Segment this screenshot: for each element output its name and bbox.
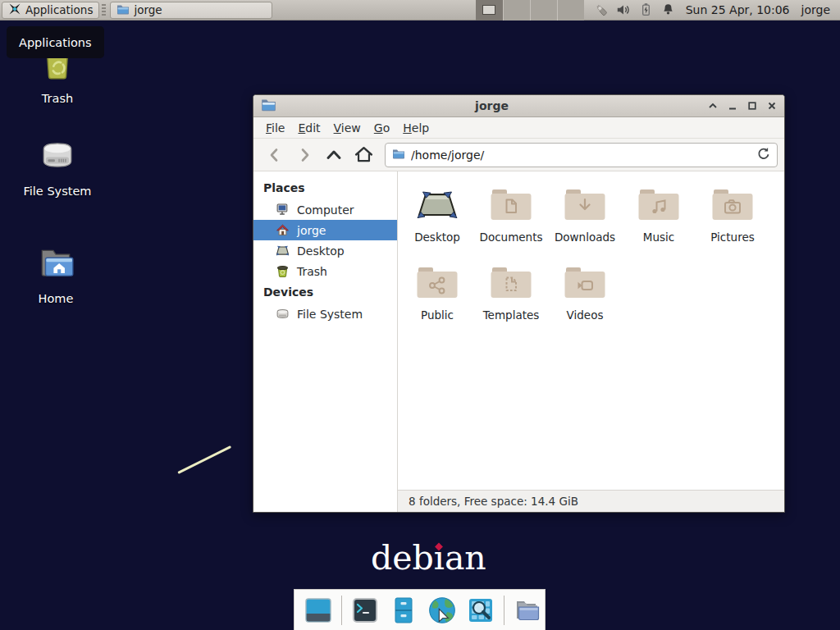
toolbar (253, 139, 784, 171)
computer-icon (276, 203, 290, 217)
desktop-icon-home[interactable]: Home (15, 243, 97, 305)
sidebar-item-label: Computer (297, 203, 354, 217)
logo-i-red-diamond: ı (434, 538, 445, 578)
battery-icon[interactable] (638, 2, 654, 18)
pictures-folder-icon (711, 185, 754, 226)
menu-view[interactable]: View (327, 119, 368, 137)
menu-go[interactable]: Go (368, 119, 396, 137)
folder-item-videos[interactable]: Videos (549, 258, 621, 336)
sidebar-item-label: Desktop (297, 244, 345, 258)
show-desktop-launcher[interactable] (303, 595, 334, 626)
workspace-2[interactable] (503, 0, 530, 21)
sidebar-item-trash[interactable]: Trash (253, 261, 397, 281)
folder-label: Videos (567, 308, 604, 322)
desktop[interactable]: { "panel": { "applications_label": "Appl… (0, 0, 840, 630)
folder-label: Public (421, 308, 454, 322)
file-manager-launcher[interactable] (388, 595, 419, 626)
folder-item-downloads[interactable]: Downloads (549, 180, 621, 258)
sidebar-item-label: jorge (297, 224, 326, 237)
videos-folder-icon (564, 263, 606, 304)
file-view[interactable]: Desktop Documents (398, 171, 784, 490)
back-button[interactable] (260, 143, 290, 167)
folder-item-pictures[interactable]: Pictures (696, 180, 769, 258)
panel-clock[interactable]: Sun 25 Apr, 10:06 (686, 3, 790, 16)
applications-menu-button[interactable]: Applications (2, 2, 99, 19)
location-bar[interactable] (385, 143, 778, 167)
taskbar-window-label: jorge (134, 3, 162, 16)
terminal-launcher[interactable] (349, 595, 381, 626)
web-browser-launcher[interactable] (427, 595, 458, 626)
application-finder-launcher[interactable] (465, 595, 496, 626)
dock-separator (504, 596, 504, 625)
taskbar-folder-icon (116, 2, 130, 18)
home-icon (276, 223, 290, 237)
sidebar-item-desktop[interactable]: Desktop (253, 240, 397, 261)
maximize-button[interactable] (746, 101, 757, 112)
menu-file[interactable]: File (259, 119, 291, 137)
folder-label: Pictures (710, 231, 754, 244)
main-pane: Desktop Documents (398, 171, 784, 512)
sidebar-item-label: Trash (297, 265, 327, 278)
folder-item-templates[interactable]: Templates (475, 258, 547, 336)
menu-edit[interactable]: Edit (291, 119, 326, 137)
applications-menu-icon (8, 2, 21, 18)
minimize-button[interactable] (727, 101, 737, 112)
file-manager-window: jorge File Edit View Go Help (253, 94, 785, 513)
panel-grip-handle[interactable] (102, 4, 106, 16)
window-controls (707, 101, 777, 112)
desktop-icon-label: Trash (42, 92, 73, 105)
notification-bell-icon[interactable] (660, 2, 676, 18)
cursor-trail-line (177, 445, 231, 474)
desktop-icon-label: File System (24, 185, 92, 198)
folder-item-desktop[interactable]: Desktop (401, 180, 473, 258)
taskbar-window-button[interactable]: jorge (110, 2, 272, 19)
applications-menu-label: Applications (25, 3, 93, 16)
tooltip-text: Applications (19, 36, 92, 49)
folder-item-documents[interactable]: Documents (475, 180, 547, 258)
network-plug-icon[interactable] (594, 2, 609, 18)
sidebar-item-label: File System (297, 308, 363, 321)
path-input[interactable] (411, 148, 750, 162)
up-button[interactable] (319, 143, 349, 167)
drive-mini-icon (276, 307, 290, 321)
workspace-4[interactable] (557, 0, 584, 21)
menu-help[interactable]: Help (396, 119, 436, 137)
documents-folder-icon (490, 185, 532, 226)
home-button[interactable] (349, 143, 378, 167)
directory-menu-launcher[interactable] (512, 595, 543, 626)
close-button[interactable] (766, 101, 777, 112)
volume-icon[interactable] (616, 2, 632, 18)
dock-separator (341, 596, 342, 625)
debian-wordmark: debıan (371, 541, 486, 575)
forward-button[interactable] (290, 143, 319, 167)
window-content: Places Computer (253, 171, 784, 512)
hard-drive-icon (37, 135, 78, 179)
workspace-3[interactable] (530, 0, 557, 21)
sidebar-heading-devices: Devices (253, 281, 397, 304)
logo-text: deb (371, 538, 434, 578)
workspace-1[interactable] (476, 0, 503, 21)
music-folder-icon (637, 185, 680, 226)
trash-mini-icon (276, 264, 290, 278)
statusbar-text: 8 folders, Free space: 14.4 GiB (409, 495, 578, 508)
applications-tooltip: Applications (7, 26, 104, 58)
window-titlebar[interactable]: jorge (253, 95, 784, 117)
folder-label: Music (643, 231, 674, 244)
workspace-window-thumbnail (482, 5, 495, 15)
statusbar: 8 folders, Free space: 14.4 GiB (398, 490, 784, 512)
shade-button[interactable] (707, 101, 718, 112)
public-folder-icon (416, 263, 459, 304)
desktop-icon-file-system[interactable]: File System (16, 135, 98, 198)
reload-icon[interactable] (756, 146, 770, 164)
folder-label: Documents (480, 231, 543, 244)
sidebar-item-jorge[interactable]: jorge (253, 220, 397, 240)
folder-item-music[interactable]: Music (623, 180, 695, 258)
logo-text: an (445, 538, 486, 578)
sidebar-item-file-system[interactable]: File System (253, 304, 397, 324)
sidebar-item-computer[interactable]: Computer (253, 199, 397, 220)
panel-user-actions[interactable]: jorge (798, 3, 833, 16)
path-folder-icon (392, 147, 405, 163)
workspace-switcher (476, 0, 584, 21)
folder-item-public[interactable]: Public (401, 258, 473, 336)
window-title: jorge (276, 99, 707, 112)
